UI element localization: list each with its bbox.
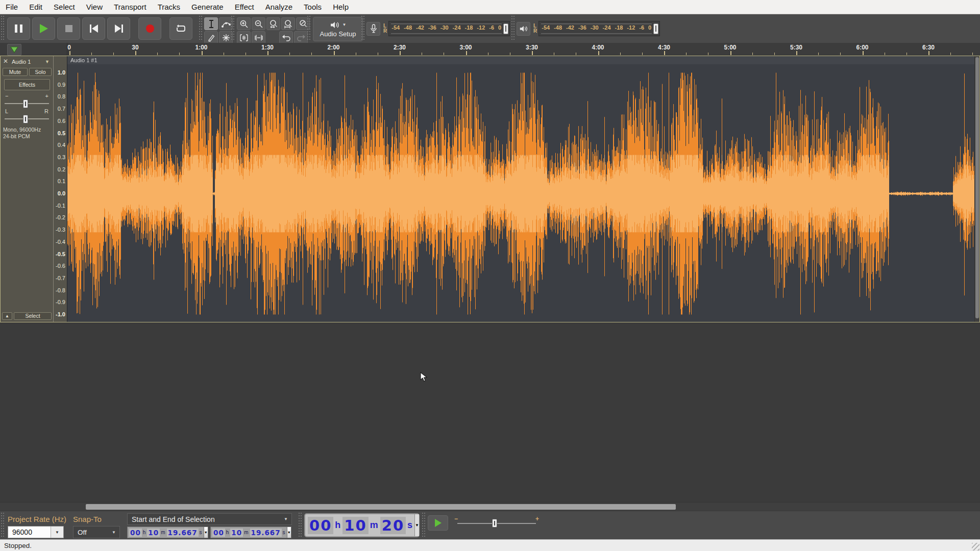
skip-to-start-icon <box>90 24 98 33</box>
effects-button[interactable]: Effects <box>4 79 50 90</box>
collapse-track-button[interactable]: ▲ <box>2 312 12 320</box>
timeline-tick <box>510 53 510 55</box>
time-digits: 20 <box>380 517 406 534</box>
vertical-scrollbar[interactable] <box>974 56 979 322</box>
mute-button[interactable]: Mute <box>3 68 28 76</box>
horizontal-scrollbar-thumb[interactable] <box>86 504 676 510</box>
skip-to-start-button[interactable] <box>82 17 105 40</box>
playback-volume-slider[interactable] <box>653 23 658 34</box>
record-meter[interactable]: -54-48-42-36-30-24-18-12-60 <box>388 21 510 36</box>
vertical-scrollbar-thumb[interactable] <box>975 57 979 318</box>
track: ✕ Audio 1 ▼ Mute Solo Effects − + L R Mo… <box>0 56 980 322</box>
pencil-icon <box>207 34 215 42</box>
solo-button[interactable]: Solo <box>29 68 52 76</box>
fit-project-button[interactable] <box>281 17 295 30</box>
resize-grip[interactable] <box>972 543 979 550</box>
record-volume-slider[interactable] <box>503 23 508 34</box>
track-close-button[interactable]: ✕ <box>3 58 8 64</box>
transport-toolbar-grip[interactable] <box>1 16 5 41</box>
loop-button[interactable] <box>169 17 192 40</box>
meter-scale-value: -42 <box>416 24 424 31</box>
waveform-area[interactable]: Audio 1 #1 <box>67 56 974 322</box>
record-meter-grip[interactable] <box>361 16 365 41</box>
playback-meter[interactable]: -54-48-42-36-30-24-18-12-60 <box>538 21 660 36</box>
envelope-tool-button[interactable] <box>219 17 233 30</box>
selection-start-field[interactable]: 00h10m19.667s▼ <box>127 527 208 538</box>
timeline-options-button[interactable] <box>7 44 21 56</box>
track-menu-caret-icon[interactable]: ▼ <box>45 59 50 64</box>
timeline-tick <box>686 53 687 55</box>
speed-slider-handle[interactable] <box>492 519 497 528</box>
menu-item-help[interactable]: Help <box>327 1 354 14</box>
audio-position-display[interactable]: 00h10m20s▼ <box>304 513 420 537</box>
menu-item-edit[interactable]: Edit <box>23 1 48 14</box>
selection-end-field[interactable]: 00h10m19.667s▼ <box>210 527 291 538</box>
menu-item-tools[interactable]: Tools <box>298 1 327 14</box>
fit-selection-button[interactable] <box>266 17 280 30</box>
selection-tool-button[interactable] <box>204 17 218 30</box>
vertical-ruler[interactable]: 1.00.90.80.70.60.50.40.30.20.10.0-0.1-0.… <box>54 56 67 322</box>
play-at-speed-grip[interactable] <box>422 513 426 538</box>
time-field-caret-icon[interactable]: ▼ <box>414 514 419 536</box>
menu-item-tracks[interactable]: Tracks <box>152 1 186 14</box>
snap-to-caret-icon[interactable]: ▼ <box>108 530 119 535</box>
edit-toolbar-grip[interactable] <box>231 16 235 41</box>
clip-header[interactable] <box>67 56 974 64</box>
waveform[interactable] <box>67 56 974 322</box>
timeline-label: 0 <box>67 44 71 51</box>
record-meter-channels: LR <box>383 23 387 34</box>
menu-item-effect[interactable]: Effect <box>229 1 260 14</box>
menu-item-generate[interactable]: Generate <box>186 1 229 14</box>
horizontal-scrollbar[interactable] <box>0 502 980 511</box>
timeline-tick <box>598 51 599 55</box>
zoom-out-button[interactable] <box>252 17 265 30</box>
project-rate-combobox[interactable]: 96000 ▼ <box>8 526 64 538</box>
audio-setup-button[interactable]: ▼ Audio Setup <box>313 17 363 41</box>
select-track-button[interactable]: Select <box>14 312 52 320</box>
pause-button[interactable] <box>7 17 30 40</box>
menu-item-select[interactable]: Select <box>48 1 81 14</box>
mouse-cursor <box>420 372 429 382</box>
undo-button[interactable] <box>279 31 293 44</box>
time-field-caret-icon[interactable]: ▼ <box>204 527 208 538</box>
zoom-in-button[interactable] <box>237 17 251 30</box>
menu-item-analyze[interactable]: Analyze <box>260 1 298 14</box>
track-title[interactable]: Audio 1 <box>12 59 31 65</box>
audio-setup-grip[interactable] <box>307 16 311 41</box>
playback-meter-grip[interactable] <box>511 16 515 41</box>
redo-button[interactable] <box>294 31 308 44</box>
skip-to-end-button[interactable] <box>107 17 130 40</box>
timeline-ruler[interactable]: 0301:001:302:002:303:003:304:004:305:005… <box>0 43 980 56</box>
multi-tool-icon <box>222 34 230 42</box>
tools-toolbar-grip[interactable] <box>199 16 203 41</box>
vertical-ruler-label: 0.1 <box>58 178 65 184</box>
record-meter-button[interactable] <box>366 22 380 36</box>
menu-item-file[interactable]: File <box>0 1 23 14</box>
time-toolbar-grip[interactable] <box>299 513 302 538</box>
selection-toolbar-grip[interactable] <box>1 513 5 538</box>
time-field-caret-icon[interactable]: ▼ <box>287 527 291 538</box>
stop-button[interactable] <box>57 17 80 40</box>
project-rate-caret-icon[interactable]: ▼ <box>51 527 63 538</box>
menu-item-transport[interactable]: Transport <box>108 1 152 14</box>
snap-to-combobox[interactable]: Off ▼ <box>73 526 120 538</box>
record-button[interactable] <box>138 17 161 40</box>
speed-slider[interactable]: − + <box>453 515 540 531</box>
gain-slider[interactable] <box>23 99 28 108</box>
playback-meter-button[interactable] <box>517 22 530 36</box>
multi-tool-button[interactable] <box>219 31 233 44</box>
selection-mode-combobox[interactable]: Start and End of Selection ▼ <box>127 513 292 525</box>
timeline-tick <box>620 53 621 55</box>
audio-setup-label: Audio Setup <box>320 30 356 38</box>
trim-audio-button[interactable] <box>237 31 251 44</box>
play-at-speed-button[interactable] <box>428 515 448 531</box>
selection-mode-caret-icon[interactable]: ▼ <box>280 517 291 521</box>
menu-item-view[interactable]: View <box>81 1 108 14</box>
record-icon <box>146 24 154 33</box>
draw-tool-button[interactable] <box>204 31 218 44</box>
play-button[interactable] <box>32 17 55 40</box>
meter-scale-value: -30 <box>591 24 599 31</box>
silence-audio-button[interactable] <box>252 31 265 44</box>
pan-slider[interactable] <box>23 115 28 123</box>
timeline-tick <box>400 51 401 55</box>
